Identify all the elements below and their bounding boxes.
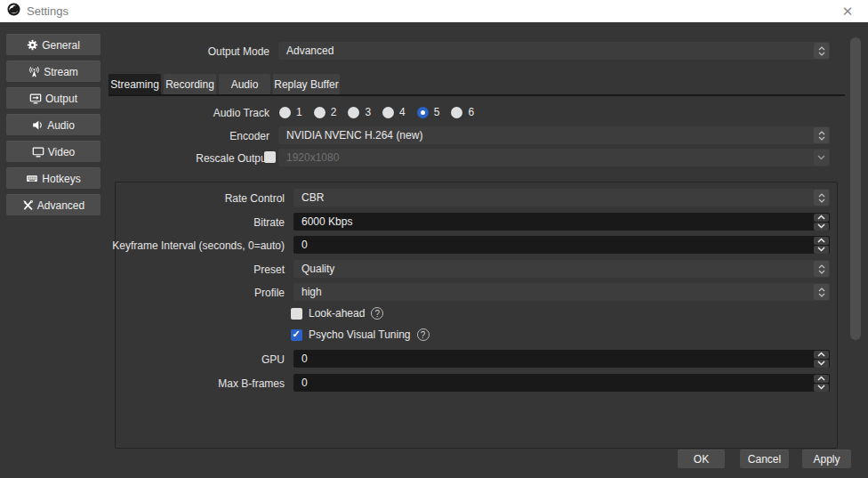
titlebar: Settings ✕ — [0, 0, 868, 22]
profile-label: Profile — [18, 287, 285, 299]
tab-label: Streaming — [110, 78, 159, 91]
bitrate-input[interactable]: 6000 Kbps — [293, 213, 830, 231]
cancel-button[interactable]: Cancel — [740, 450, 789, 469]
tab-label: Audio — [231, 78, 259, 91]
keyframe-interval-value: 0 — [293, 239, 814, 251]
close-icon[interactable]: ✕ — [832, 0, 863, 22]
keyboard-icon — [26, 173, 38, 184]
keyframe-interval-input[interactable]: 0 — [293, 236, 830, 254]
spinner-icon[interactable] — [814, 190, 829, 206]
output-display-icon — [29, 93, 42, 104]
rate-control-select[interactable]: CBR — [293, 189, 830, 207]
encoder-label: Encoder — [3, 130, 269, 142]
encoder-value: NVIDIA NVENC H.264 (new) — [278, 129, 813, 142]
chevron-down-icon — [814, 150, 829, 166]
tab-audio[interactable]: Audio — [219, 74, 270, 95]
spin-down-icon[interactable] — [814, 360, 829, 368]
ok-button[interactable]: OK — [678, 450, 725, 469]
spinner-icon[interactable] — [814, 261, 829, 277]
sidebar-item-stream[interactable]: Stream — [6, 61, 100, 83]
radio-label: 5 — [434, 106, 440, 118]
window-title: Settings — [27, 4, 68, 18]
rate-control-value: CBR — [293, 191, 813, 204]
radio-track-5[interactable]: 5 — [417, 106, 440, 118]
spinner-icon[interactable] — [814, 43, 829, 59]
spin-down-icon[interactable] — [814, 384, 829, 392]
spin-down-icon[interactable] — [814, 223, 829, 231]
tab-replay-buffer[interactable]: Replay Buffer — [273, 74, 340, 95]
radio-label: 3 — [365, 106, 371, 118]
output-mode-label: Output Mode — [3, 45, 269, 58]
tab-underline — [108, 94, 845, 96]
rate-control-label: Rate Control — [18, 192, 285, 205]
preset-value: Quality — [293, 263, 813, 275]
psycho-visual-tuning-label: Psycho Visual Tuning — [309, 328, 411, 341]
apply-button[interactable]: Apply — [802, 450, 851, 469]
preset-label: Preset — [18, 263, 285, 276]
vertical-scrollbar[interactable] — [850, 37, 861, 340]
preset-select[interactable]: Quality — [293, 260, 830, 278]
radio-track-2[interactable]: 2 — [314, 106, 337, 118]
max-b-frames-input[interactable]: 0 — [293, 374, 830, 392]
output-mode-value: Advanced — [278, 45, 813, 57]
keyframe-interval-label: Keyframe Interval (seconds, 0=auto) — [18, 239, 285, 252]
spin-down-icon[interactable] — [814, 246, 829, 254]
tab-label: Recording — [165, 78, 214, 91]
radio-icon — [314, 107, 326, 118]
radio-track-4[interactable]: 4 — [382, 106, 406, 118]
output-mode-select[interactable]: Advanced — [278, 42, 830, 60]
help-icon[interactable]: ? — [417, 328, 430, 341]
audio-track-label: Audio Track — [3, 107, 269, 119]
bitrate-value: 6000 Kbps — [293, 215, 814, 228]
spin-up-icon[interactable] — [814, 237, 829, 245]
obs-logo-icon — [7, 3, 20, 20]
radio-icon — [382, 107, 394, 118]
profile-select[interactable]: high — [293, 283, 830, 301]
radio-track-1[interactable]: 1 — [279, 106, 302, 118]
rescale-output-checkbox[interactable] — [264, 151, 276, 163]
radio-track-6[interactable]: 6 — [451, 106, 474, 118]
rescale-resolution-value: 1920x1080 — [278, 151, 813, 164]
radio-label: 4 — [399, 106, 406, 118]
radio-checked-icon — [417, 107, 429, 118]
radio-label: 6 — [468, 106, 474, 118]
tab-streaming[interactable]: Streaming — [108, 74, 161, 95]
gpu-label: GPU — [18, 353, 285, 366]
radio-icon — [348, 107, 359, 118]
tab-label: Replay Buffer — [274, 78, 339, 91]
audio-track-radio-group: 1 2 3 4 5 6 — [279, 106, 474, 118]
rescale-output-label: Rescale Output — [3, 152, 269, 165]
spinner-icon[interactable] — [814, 284, 829, 300]
spin-up-icon[interactable] — [814, 351, 829, 359]
sidebar-item-hotkeys[interactable]: Hotkeys — [6, 167, 100, 190]
sidebar-item-label: Stream — [44, 66, 78, 78]
profile-value: high — [293, 286, 813, 298]
sidebar-item-label: Output — [45, 93, 77, 105]
look-ahead-label: Look-ahead — [309, 307, 365, 320]
radio-label: 2 — [331, 106, 337, 118]
radio-icon — [451, 107, 462, 118]
radio-icon — [279, 107, 291, 118]
gpu-input[interactable]: 0 — [293, 350, 830, 368]
help-icon[interactable]: ? — [371, 307, 383, 320]
tab-recording[interactable]: Recording — [164, 74, 216, 95]
gpu-value: 0 — [293, 352, 814, 365]
look-ahead-checkbox[interactable] — [291, 308, 302, 320]
spin-up-icon[interactable] — [814, 214, 829, 222]
max-b-frames-value: 0 — [293, 377, 814, 389]
spinner-icon[interactable] — [814, 127, 829, 143]
broadcast-icon — [28, 66, 40, 77]
psycho-visual-tuning-checkbox[interactable] — [291, 329, 302, 341]
radio-label: 1 — [296, 106, 302, 118]
max-b-frames-label: Max B-frames — [18, 377, 285, 390]
look-ahead-row: Look-ahead ? — [291, 307, 383, 320]
sidebar-item-label: Hotkeys — [42, 173, 80, 185]
bitrate-label: Bitrate — [18, 216, 285, 229]
psycho-visual-tuning-row: Psycho Visual Tuning ? — [291, 328, 430, 341]
rescale-resolution-select: 1920x1080 — [278, 149, 830, 166]
radio-track-3[interactable]: 3 — [348, 106, 371, 118]
spin-up-icon[interactable] — [814, 375, 829, 383]
encoder-select[interactable]: NVIDIA NVENC H.264 (new) — [278, 126, 830, 144]
